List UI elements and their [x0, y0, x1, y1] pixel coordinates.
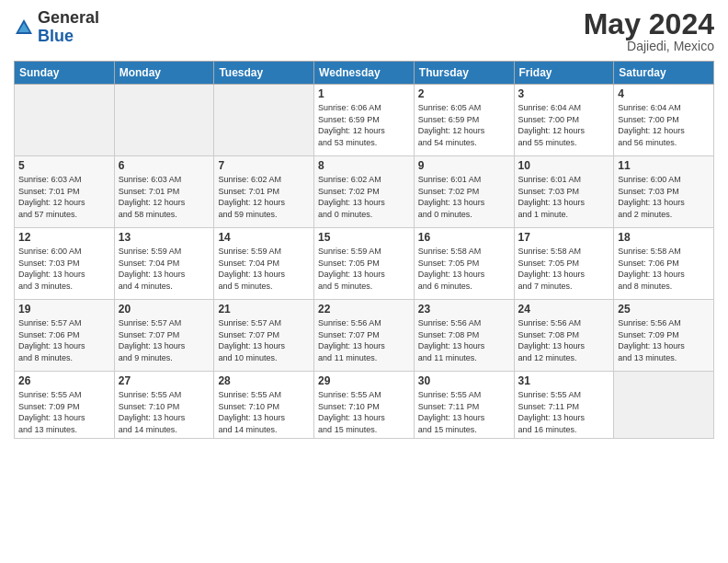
- day-number: 20: [119, 303, 210, 316]
- table-row: 21Sunrise: 5:57 AM Sunset: 7:07 PM Dayli…: [214, 300, 314, 372]
- table-row: 24Sunrise: 5:56 AM Sunset: 7:08 PM Dayli…: [514, 300, 614, 372]
- day-info: Sunrise: 5:59 AM Sunset: 7:04 PM Dayligh…: [218, 246, 310, 292]
- day-info: Sunrise: 5:58 AM Sunset: 7:05 PM Dayligh…: [418, 246, 510, 292]
- day-number: 1: [318, 87, 410, 100]
- table-row: 29Sunrise: 5:55 AM Sunset: 7:10 PM Dayli…: [314, 372, 415, 439]
- day-number: 7: [218, 159, 310, 172]
- day-number: 2: [418, 87, 510, 100]
- day-number: 6: [119, 159, 210, 172]
- day-info: Sunrise: 5:56 AM Sunset: 7:08 PM Dayligh…: [518, 317, 610, 363]
- table-row: [114, 85, 214, 156]
- table-row: 28Sunrise: 5:55 AM Sunset: 7:10 PM Dayli…: [214, 372, 314, 439]
- table-row: [614, 372, 714, 439]
- day-info: Sunrise: 6:04 AM Sunset: 7:00 PM Dayligh…: [518, 102, 610, 148]
- day-info: Sunrise: 5:56 AM Sunset: 7:08 PM Dayligh…: [418, 317, 510, 363]
- table-row: 7Sunrise: 6:02 AM Sunset: 7:01 PM Daylig…: [214, 156, 314, 228]
- table-row: 17Sunrise: 5:58 AM Sunset: 7:05 PM Dayli…: [514, 228, 614, 300]
- table-row: 16Sunrise: 5:58 AM Sunset: 7:05 PM Dayli…: [414, 228, 514, 300]
- day-info: Sunrise: 5:58 AM Sunset: 7:06 PM Dayligh…: [618, 246, 710, 292]
- header: General Blue May 2024 Dajiedi, Mexico: [14, 9, 714, 53]
- table-row: 4Sunrise: 6:04 AM Sunset: 7:00 PM Daylig…: [614, 85, 714, 156]
- calendar-header-row: Sunday Monday Tuesday Wednesday Thursday…: [15, 62, 714, 85]
- col-friday: Friday: [514, 62, 614, 85]
- table-row: 5Sunrise: 6:03 AM Sunset: 7:01 PM Daylig…: [15, 156, 115, 228]
- table-row: 14Sunrise: 5:59 AM Sunset: 7:04 PM Dayli…: [214, 228, 314, 300]
- table-row: 23Sunrise: 5:56 AM Sunset: 7:08 PM Dayli…: [414, 300, 514, 372]
- table-row: 1Sunrise: 6:06 AM Sunset: 6:59 PM Daylig…: [314, 85, 415, 156]
- day-number: 9: [418, 159, 510, 172]
- logo-icon: [14, 17, 34, 38]
- day-number: 28: [218, 374, 310, 387]
- table-row: 2Sunrise: 6:05 AM Sunset: 6:59 PM Daylig…: [414, 85, 514, 156]
- table-row: 13Sunrise: 5:59 AM Sunset: 7:04 PM Dayli…: [114, 228, 214, 300]
- day-number: 18: [618, 231, 710, 244]
- day-number: 30: [418, 374, 510, 387]
- day-info: Sunrise: 5:55 AM Sunset: 7:11 PM Dayligh…: [418, 389, 510, 435]
- day-number: 25: [618, 303, 710, 316]
- day-info: Sunrise: 6:02 AM Sunset: 7:01 PM Dayligh…: [218, 174, 310, 220]
- day-info: Sunrise: 5:57 AM Sunset: 7:06 PM Dayligh…: [18, 317, 110, 363]
- day-number: 19: [18, 303, 110, 316]
- day-number: 23: [418, 303, 510, 316]
- day-number: 24: [518, 303, 610, 316]
- col-tuesday: Tuesday: [214, 62, 314, 85]
- day-number: 16: [418, 231, 510, 244]
- day-info: Sunrise: 6:01 AM Sunset: 7:02 PM Dayligh…: [418, 174, 510, 220]
- day-number: 5: [18, 159, 110, 172]
- day-info: Sunrise: 5:57 AM Sunset: 7:07 PM Dayligh…: [218, 317, 310, 363]
- day-info: Sunrise: 6:06 AM Sunset: 6:59 PM Dayligh…: [318, 102, 410, 148]
- day-info: Sunrise: 5:58 AM Sunset: 7:05 PM Dayligh…: [518, 246, 610, 292]
- table-row: 25Sunrise: 5:56 AM Sunset: 7:09 PM Dayli…: [614, 300, 714, 372]
- day-info: Sunrise: 5:59 AM Sunset: 7:04 PM Dayligh…: [119, 246, 210, 292]
- col-sunday: Sunday: [15, 62, 115, 85]
- col-thursday: Thursday: [414, 62, 514, 85]
- col-wednesday: Wednesday: [314, 62, 415, 85]
- day-info: Sunrise: 5:55 AM Sunset: 7:10 PM Dayligh…: [318, 389, 410, 435]
- title-block: May 2024 Dajiedi, Mexico: [584, 9, 714, 53]
- table-row: 30Sunrise: 5:55 AM Sunset: 7:11 PM Dayli…: [414, 372, 514, 439]
- table-row: 12Sunrise: 6:00 AM Sunset: 7:03 PM Dayli…: [15, 228, 115, 300]
- day-info: Sunrise: 5:55 AM Sunset: 7:11 PM Dayligh…: [518, 389, 610, 435]
- calendar: Sunday Monday Tuesday Wednesday Thursday…: [14, 61, 714, 439]
- table-row: 3Sunrise: 6:04 AM Sunset: 7:00 PM Daylig…: [514, 85, 614, 156]
- day-info: Sunrise: 6:00 AM Sunset: 7:03 PM Dayligh…: [18, 246, 110, 292]
- day-info: Sunrise: 6:01 AM Sunset: 7:03 PM Dayligh…: [518, 174, 610, 220]
- table-row: [15, 85, 115, 156]
- month-title: May 2024: [584, 9, 714, 39]
- day-info: Sunrise: 5:56 AM Sunset: 7:07 PM Dayligh…: [318, 317, 410, 363]
- table-row: 6Sunrise: 6:03 AM Sunset: 7:01 PM Daylig…: [114, 156, 214, 228]
- logo-blue: Blue: [38, 27, 74, 45]
- table-row: 27Sunrise: 5:55 AM Sunset: 7:10 PM Dayli…: [114, 372, 214, 439]
- table-row: 31Sunrise: 5:55 AM Sunset: 7:11 PM Dayli…: [514, 372, 614, 439]
- day-number: 22: [318, 303, 410, 316]
- day-number: 27: [119, 374, 210, 387]
- day-number: 13: [119, 231, 210, 244]
- day-info: Sunrise: 6:03 AM Sunset: 7:01 PM Dayligh…: [18, 174, 110, 220]
- table-row: 9Sunrise: 6:01 AM Sunset: 7:02 PM Daylig…: [414, 156, 514, 228]
- table-row: 10Sunrise: 6:01 AM Sunset: 7:03 PM Dayli…: [514, 156, 614, 228]
- day-number: 21: [218, 303, 310, 316]
- day-number: 29: [318, 374, 410, 387]
- table-row: 19Sunrise: 5:57 AM Sunset: 7:06 PM Dayli…: [15, 300, 115, 372]
- table-row: 11Sunrise: 6:00 AM Sunset: 7:03 PM Dayli…: [614, 156, 714, 228]
- day-number: 11: [618, 159, 710, 172]
- day-info: Sunrise: 6:04 AM Sunset: 7:00 PM Dayligh…: [618, 102, 710, 148]
- logo-general: General: [38, 8, 99, 27]
- table-row: 15Sunrise: 5:59 AM Sunset: 7:05 PM Dayli…: [314, 228, 415, 300]
- day-number: 3: [518, 87, 610, 100]
- day-number: 26: [18, 374, 110, 387]
- day-number: 15: [318, 231, 410, 244]
- day-info: Sunrise: 5:56 AM Sunset: 7:09 PM Dayligh…: [618, 317, 710, 363]
- table-row: [214, 85, 314, 156]
- day-info: Sunrise: 5:55 AM Sunset: 7:10 PM Dayligh…: [119, 389, 210, 435]
- day-info: Sunrise: 5:55 AM Sunset: 7:09 PM Dayligh…: [18, 389, 110, 435]
- logo: General Blue: [14, 9, 99, 46]
- col-saturday: Saturday: [614, 62, 714, 85]
- day-info: Sunrise: 5:57 AM Sunset: 7:07 PM Dayligh…: [119, 317, 210, 363]
- table-row: 18Sunrise: 5:58 AM Sunset: 7:06 PM Dayli…: [614, 228, 714, 300]
- day-number: 12: [18, 231, 110, 244]
- day-info: Sunrise: 6:05 AM Sunset: 6:59 PM Dayligh…: [418, 102, 510, 148]
- day-number: 8: [318, 159, 410, 172]
- day-info: Sunrise: 5:55 AM Sunset: 7:10 PM Dayligh…: [218, 389, 310, 435]
- col-monday: Monday: [114, 62, 214, 85]
